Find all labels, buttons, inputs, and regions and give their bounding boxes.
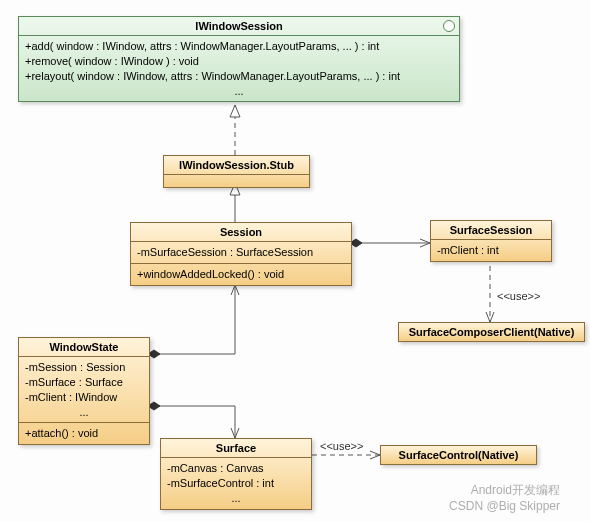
- class-surfacecontrol: SurfaceControl(Native): [380, 445, 537, 465]
- title-iwindowsession: IWindowSession: [19, 17, 459, 36]
- watermark-line2: CSDN @Big Skipper: [449, 499, 560, 513]
- label-use-1: <<use>>: [497, 290, 540, 302]
- empty-section: [164, 175, 309, 187]
- title-windowstate: WindowState: [19, 338, 149, 357]
- label-use-2: <<use>>: [320, 440, 363, 452]
- watermark: Android开发编程 CSDN @Big Skipper: [449, 482, 560, 513]
- title-surfacesession: SurfaceSession: [431, 221, 551, 240]
- class-windowstate: WindowState -mSession : Session -mSurfac…: [18, 337, 150, 445]
- class-iwindowsession-stub: IWindowSession.Stub: [163, 155, 310, 188]
- ops-session: +windowAddedLocked() : void: [131, 264, 351, 285]
- class-surface: Surface -mCanvas : Canvas -mSurfaceContr…: [160, 438, 312, 510]
- title-surfacecontrol: SurfaceControl(Native): [381, 446, 536, 464]
- op-row: +remove( window : IWindow ) : void: [25, 54, 453, 69]
- ellipsis: ...: [25, 405, 143, 420]
- ops-iwindowsession: +add( window : IWindow, attrs : WindowMa…: [19, 36, 459, 101]
- class-iwindowsession: IWindowSession +add( window : IWindow, a…: [18, 16, 460, 102]
- attr-row: -mSurfaceControl : int: [167, 476, 305, 491]
- attrs-surfacesession: -mClient : int: [431, 240, 551, 261]
- attr-row: -mCanvas : Canvas: [167, 461, 305, 476]
- attr-row: -mSurface : Surface: [25, 375, 143, 390]
- attr-row: -mSession : Session: [25, 360, 143, 375]
- ellipsis: ...: [25, 84, 453, 99]
- op-row: +add( window : IWindow, attrs : WindowMa…: [25, 39, 453, 54]
- title-stub: IWindowSession.Stub: [164, 156, 309, 175]
- ops-windowstate: +attach() : void: [19, 423, 149, 444]
- ellipsis: ...: [167, 491, 305, 506]
- attr-row: -mClient : IWindow: [25, 390, 143, 405]
- class-surfacesession: SurfaceSession -mClient : int: [430, 220, 552, 262]
- interface-icon: [443, 20, 455, 32]
- title-surface: Surface: [161, 439, 311, 458]
- attrs-surface: -mCanvas : Canvas -mSurfaceControl : int…: [161, 458, 311, 509]
- class-session: Session -mSurfaceSession : SurfaceSessio…: [130, 222, 352, 286]
- title-text: IWindowSession: [195, 20, 282, 32]
- attrs-session: -mSurfaceSession : SurfaceSession: [131, 242, 351, 264]
- class-surfacecomposerclient: SurfaceComposerClient(Native): [398, 322, 585, 342]
- watermark-line1: Android开发编程: [449, 482, 560, 499]
- attrs-windowstate: -mSession : Session -mSurface : Surface …: [19, 357, 149, 423]
- title-scc: SurfaceComposerClient(Native): [399, 323, 584, 341]
- op-row: +relayout( window : IWindow, attrs : Win…: [25, 69, 453, 84]
- title-session: Session: [131, 223, 351, 242]
